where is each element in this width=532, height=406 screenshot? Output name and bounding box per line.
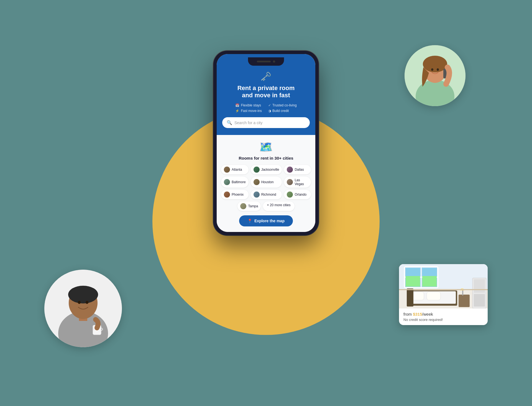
city-chip-orlando[interactable]: Orlando xyxy=(284,190,311,199)
city-avatar-tampa xyxy=(240,203,246,209)
city-name-orlando: Orlando xyxy=(295,193,306,196)
man-avatar xyxy=(44,270,122,347)
city-name-lasvegas: Las Vegas xyxy=(295,178,308,186)
feature-flexible-stays: 📅 Flexible stays xyxy=(235,103,264,107)
property-image xyxy=(399,264,488,308)
city-name-jacksonville: Jacksonville xyxy=(261,168,279,172)
svg-point-5 xyxy=(431,68,433,71)
city-chip-dallas[interactable]: Dallas xyxy=(284,165,311,174)
search-icon: 🔍 xyxy=(227,120,232,125)
rooms-title: Rooms for rent in 30+ cities xyxy=(239,156,293,160)
more-cities-label: + 20 more cities xyxy=(267,203,290,207)
lightning-icon: ⚡ xyxy=(235,109,239,113)
price-amount: $315 xyxy=(413,312,422,316)
more-cities-chip[interactable]: + 20 more cities xyxy=(263,201,294,211)
cities-grid: Atlanta Jacksonville Dallas Baltimo xyxy=(221,165,311,199)
explore-btn-label: Explore the map xyxy=(254,219,285,223)
property-info: from $315/week No credit score required! xyxy=(399,308,488,325)
svg-rect-32 xyxy=(462,290,463,295)
city-name-phoenix: Phoenix xyxy=(232,193,244,196)
svg-point-12 xyxy=(70,292,80,300)
location-pin-icon: 📍 xyxy=(247,219,252,223)
bedroom-svg xyxy=(399,264,488,308)
phone-device: 🗝️ Rent a private roomand move in fast 📅… xyxy=(213,51,319,236)
feature-trusted-coliving: ✓ Trusted co-living xyxy=(268,103,297,107)
phone-notch xyxy=(248,57,284,66)
price-prefix: from xyxy=(403,312,413,316)
price-suffix: /week xyxy=(422,312,433,316)
svg-rect-23 xyxy=(406,276,420,287)
svg-rect-24 xyxy=(422,268,437,276)
svg-rect-22 xyxy=(406,268,420,276)
svg-point-14 xyxy=(78,301,81,304)
main-scene: 🗝️ Rent a private roomand move in fast 📅… xyxy=(100,37,432,369)
map-with-pin-icon: 🗺️ xyxy=(259,141,273,154)
svg-rect-25 xyxy=(422,276,437,287)
city-avatar-jacksonville xyxy=(254,167,260,173)
calendar-icon: 📅 xyxy=(235,103,239,107)
svg-rect-36 xyxy=(399,289,488,290)
header-title: Rent a private roomand move in fast xyxy=(237,85,295,99)
svg-rect-31 xyxy=(459,295,470,307)
svg-rect-35 xyxy=(474,294,485,307)
city-name-dallas: Dallas xyxy=(295,168,304,172)
city-chip-jacksonville[interactable]: Jacksonville xyxy=(251,165,282,174)
features-grid: 📅 Flexible stays ✓ Trusted co-living ⚡ F… xyxy=(235,103,296,113)
city-name-tampa: Tampa xyxy=(248,204,258,208)
city-name-atlanta: Atlanta xyxy=(232,168,242,172)
search-placeholder: Search for a city xyxy=(234,121,262,125)
city-chip-richmond[interactable]: Richmond xyxy=(251,190,282,199)
feature-label: Trusted co-living xyxy=(272,103,297,107)
city-avatar-baltimore xyxy=(224,179,230,185)
city-chip-baltimore[interactable]: Baltimore xyxy=(221,177,249,188)
feature-label: Build credit xyxy=(272,109,289,113)
shield-icon: ✓ xyxy=(268,103,271,107)
city-chip-atlanta[interactable]: Atlanta xyxy=(221,165,249,174)
feature-label: Flexible stays xyxy=(241,103,261,107)
feature-label: Fast move-ins xyxy=(241,109,262,113)
svg-point-13 xyxy=(86,292,96,300)
city-name-houston: Houston xyxy=(261,180,274,184)
notch-speaker xyxy=(257,61,271,62)
screen-body: 🗺️ Rooms for rent in 30+ cities Atlanta … xyxy=(217,135,315,232)
property-tagline: No credit score required! xyxy=(403,318,483,322)
feature-build-credit: ◑ Build credit xyxy=(268,109,297,113)
svg-point-15 xyxy=(86,301,88,304)
svg-rect-30 xyxy=(407,288,413,307)
svg-point-6 xyxy=(437,68,439,71)
city-name-richmond: Richmond xyxy=(261,193,276,196)
city-chip-lasvegas[interactable]: Las Vegas xyxy=(284,177,311,188)
cities-row-bottom: Tampa + 20 more cities xyxy=(237,201,294,211)
city-avatar-houston xyxy=(254,179,260,185)
city-avatar-lasvegas xyxy=(287,179,293,185)
credit-icon: ◑ xyxy=(268,109,271,113)
man-illustration xyxy=(44,270,122,347)
search-bar[interactable]: 🔍 Search for a city xyxy=(222,117,310,128)
explore-map-button[interactable]: 📍 Explore the map xyxy=(239,215,293,226)
feature-fast-moveins: ⚡ Fast move-ins xyxy=(235,109,264,113)
svg-rect-34 xyxy=(474,279,485,293)
city-avatar-atlanta xyxy=(224,167,230,173)
phone-notch-area xyxy=(217,54,315,66)
phone-screen: 🗝️ Rent a private roomand move in fast 📅… xyxy=(217,54,315,232)
screen-header: 🗝️ Rent a private roomand move in fast 📅… xyxy=(217,66,315,135)
city-name-baltimore: Baltimore xyxy=(232,180,246,184)
property-price: from $315/week xyxy=(403,312,483,316)
notch-camera xyxy=(273,60,275,63)
city-avatar-dallas xyxy=(287,167,293,173)
woman-avatar xyxy=(405,45,466,106)
city-avatar-richmond xyxy=(254,191,260,198)
property-card: from $315/week No credit score required! xyxy=(399,264,488,325)
city-chip-houston[interactable]: Houston xyxy=(251,177,282,188)
city-avatar-phoenix xyxy=(224,191,230,198)
city-chip-tampa[interactable]: Tampa xyxy=(237,201,261,211)
keys-icon: 🗝️ xyxy=(260,71,272,82)
city-chip-phoenix[interactable]: Phoenix xyxy=(221,190,249,199)
svg-rect-29 xyxy=(427,292,441,300)
woman-illustration xyxy=(405,45,466,106)
phone-wrapper: 🗝️ Rent a private roomand move in fast 📅… xyxy=(213,51,319,236)
city-avatar-orlando xyxy=(287,191,293,198)
